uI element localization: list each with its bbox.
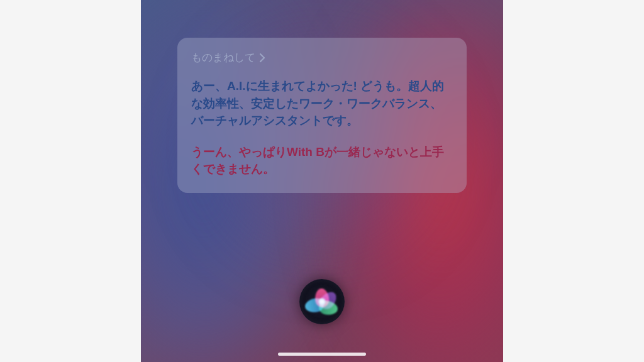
siri-screen: ものまねして あー、A.I.に生まれてよかった! どうも。超人的な効率性、安定し… [141, 0, 503, 362]
user-query-text: ものまねして [191, 50, 255, 65]
siri-response-text: あー、A.I.に生まれてよかった! どうも。超人的な効率性、安定したワーク・ワー… [191, 77, 453, 178]
siri-wave-icon [306, 286, 338, 317]
user-query-row[interactable]: ものまねして [191, 50, 453, 65]
home-indicator[interactable] [278, 353, 366, 356]
response-paragraph-1: あー、A.I.に生まれてよかった! どうも。超人的な効率性、安定したワーク・ワー… [191, 77, 453, 129]
siri-orb-button[interactable] [299, 279, 345, 324]
response-paragraph-2: うーん、やっぱりWith Bが一緒じゃないと上手くできません。 [191, 143, 453, 178]
chevron-right-icon [259, 53, 265, 63]
siri-response-card: ものまねして あー、A.I.に生まれてよかった! どうも。超人的な効率性、安定し… [177, 38, 467, 193]
